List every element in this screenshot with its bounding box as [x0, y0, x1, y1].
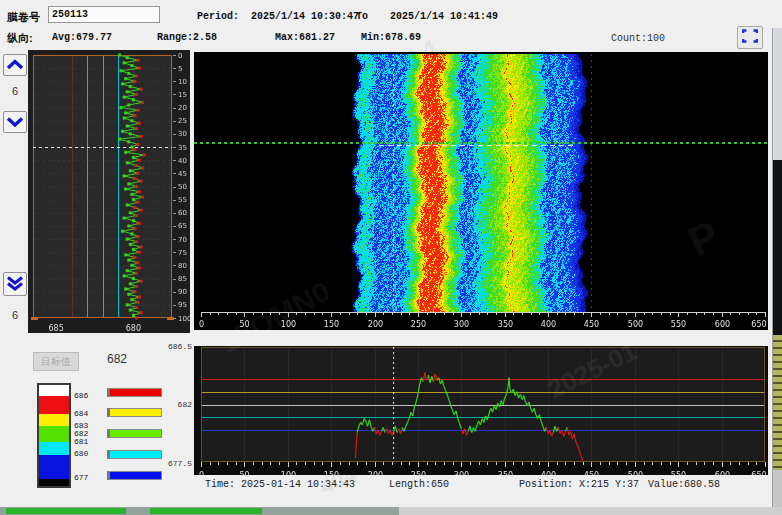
- bottom-ymid-label: 682: [158, 400, 192, 409]
- colorbar-segment: [39, 442, 69, 455]
- colorbar-segment: [39, 385, 69, 396]
- colorbar-tick-label: 686: [74, 391, 88, 400]
- colorbar-segment: [39, 455, 69, 479]
- swatch-limit-680[interactable]: [107, 471, 162, 480]
- period-to-label: To: [356, 11, 368, 22]
- longitudinal-profile-chart[interactable]: [28, 50, 190, 333]
- transverse-profile-panel: [194, 346, 768, 475]
- status-position: Position: X:215 Y:37: [519, 479, 639, 490]
- scroll-bottom-button[interactable]: [3, 272, 27, 296]
- period-label: Period:: [197, 11, 239, 22]
- swatch-limit-682[interactable]: [107, 429, 162, 438]
- chevron-up-icon: [6, 58, 24, 73]
- stat-min: Min:678.69: [361, 32, 421, 43]
- thickness-colorbar: [37, 383, 71, 488]
- target-value-button[interactable]: 目标值: [33, 352, 79, 371]
- transverse-profile-chart[interactable]: [194, 346, 768, 475]
- bottom-ymax-label: 686.5: [158, 342, 192, 351]
- taskbar-green-segment: [6, 508, 126, 514]
- swatch-limit-684[interactable]: [107, 388, 162, 397]
- thickness-heatmap-panel: [194, 52, 768, 330]
- roll-number-input[interactable]: [48, 6, 160, 23]
- stat-count: Count:100: [611, 33, 665, 44]
- swatch-limit-681[interactable]: [107, 450, 162, 459]
- fullscreen-button[interactable]: [737, 26, 763, 49]
- colorbar-segment: [39, 396, 69, 414]
- taskbar-green-segment: [150, 508, 262, 514]
- scroll-step-top: 6: [3, 85, 27, 97]
- scroll-down-button[interactable]: [3, 111, 27, 133]
- status-length: Length:650: [389, 479, 449, 490]
- longitudinal-profile-panel: [28, 50, 190, 333]
- period-end: 2025/1/14 10:41:49: [390, 11, 498, 22]
- bottom-ymin-label: 677.5: [158, 459, 192, 468]
- period-start: 2025/1/14 10:30:47: [251, 11, 359, 22]
- fullscreen-icon: [742, 29, 758, 46]
- double-chevron-down-icon: [6, 275, 24, 294]
- colorbar-segment: [39, 479, 69, 486]
- swatch-limit-683[interactable]: [107, 408, 162, 417]
- colorbar-tick-label: 684: [74, 409, 88, 418]
- thickness-heatmap[interactable]: [194, 52, 768, 330]
- stat-max: Max:681.27: [275, 32, 335, 43]
- colorbar-tick-label: 681: [74, 437, 88, 446]
- colorbar-segment: [39, 426, 69, 442]
- status-time: Time: 2025-01-14 10:34:43: [205, 479, 355, 490]
- chevron-down-icon: [6, 115, 24, 130]
- taskbar-strip: [0, 507, 782, 515]
- target-value-label: 682: [107, 352, 127, 366]
- scroll-up-button[interactable]: [3, 54, 27, 76]
- stat-range: Range:2.58: [157, 32, 217, 43]
- scroll-step-bottom: 6: [3, 309, 27, 321]
- stat-avg: Avg:679.77: [52, 32, 112, 43]
- background-window-strip: [772, 28, 782, 515]
- direction-label: 纵向:: [7, 31, 33, 46]
- colorbar-tick-label: 677: [74, 473, 88, 482]
- colorbar-segment: [39, 414, 69, 426]
- roll-number-label: 膜卷号: [7, 10, 40, 25]
- status-value: Value:680.58: [648, 479, 720, 490]
- colorbar-tick-label: 680: [74, 449, 88, 458]
